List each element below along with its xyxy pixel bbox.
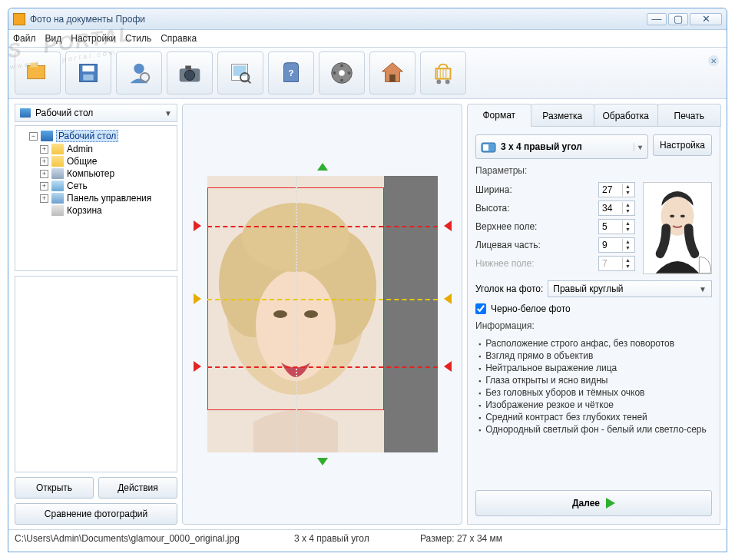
svg-point-17 [340,65,343,68]
desktop-icon [41,131,53,141]
close-button[interactable]: ✕ [690,13,722,25]
statusbar: C:\Users\Admin\Documents\glamour_0000_or… [8,529,727,546]
maximize-button[interactable]: ▢ [668,13,688,25]
recycle-bin-icon [51,205,64,216]
location-dropdown[interactable]: Рабочий стол ▼ [15,104,177,122]
folder-tree[interactable]: − Рабочий стол +Admin +Общие +Компьютер … [15,125,177,271]
tree-item[interactable]: Корзина [38,204,175,217]
corner-dropdown[interactable]: Правый круглый ▼ [548,280,712,297]
bottom-handle-icon[interactable] [317,458,328,466]
svg-point-27 [436,80,441,84]
down-icon[interactable]: ▼ [623,227,633,233]
top-handle-icon[interactable] [317,163,328,171]
top-margin-stepper[interactable]: ▲▼ [598,219,635,234]
tab-body: 3 x 4 правый угол ▾ Настройка Параметры:… [467,126,720,525]
tab-markup[interactable]: Разметка [531,104,595,127]
folder-icon [51,144,64,154]
svg-rect-1 [31,63,38,68]
tool-help-icon[interactable]: ? [268,51,314,94]
preview-image[interactable] [207,176,438,452]
open-button[interactable]: Открыть [15,477,94,499]
up-icon[interactable]: ▲ [623,184,633,190]
minimize-button[interactable]: — [647,13,667,25]
tab-format[interactable]: Формат [467,104,531,127]
svg-rect-4 [83,75,93,81]
expand-icon[interactable]: + [40,145,48,154]
tree-root[interactable]: − Рабочий стол [28,129,175,143]
expand-icon[interactable]: + [40,182,48,191]
expand-icon[interactable]: + [40,157,48,166]
expand-icon[interactable]: + [40,194,48,203]
guide-handle-icon[interactable] [444,361,452,372]
guide-handle-icon[interactable] [444,293,452,304]
tree-item[interactable]: +Сеть [38,180,175,192]
expand-icon[interactable]: − [29,132,38,141]
tool-camera-icon[interactable] [167,51,213,94]
tree-item[interactable]: +Общие [38,155,175,167]
guide-chin[interactable] [207,366,438,368]
svg-point-8 [184,70,194,80]
next-button[interactable]: Далее [475,490,712,516]
center-line [296,176,297,452]
guide-handle-icon[interactable] [194,293,201,304]
app-icon [13,13,25,25]
svg-point-28 [445,80,450,84]
tool-user-icon[interactable] [116,51,162,94]
down-icon[interactable]: ▼ [623,208,633,214]
menu-style[interactable]: Стиль [125,33,151,44]
tool-cart-icon[interactable] [420,51,466,94]
menubar: Файл Вид Настройки Стиль Справка [8,30,727,47]
tab-process[interactable]: Обработка [594,104,658,127]
settings-button[interactable]: Настройка [653,134,712,156]
guide-eyes[interactable] [207,299,438,300]
preview-panel [182,104,462,525]
menu-file[interactable]: Файл [13,33,36,44]
example-photo [643,182,712,274]
status-path: C:\Users\Admin\Documents\glamour_0000_or… [15,533,276,544]
menu-view[interactable]: Вид [45,33,62,44]
guide-handle-icon[interactable] [194,220,201,231]
down-icon[interactable]: ▼ [623,245,633,251]
thumbnails-area[interactable] [15,276,177,472]
svg-rect-9 [185,66,191,70]
corner-label: Уголок на фото: [475,283,543,294]
svg-rect-3 [82,66,94,72]
guide-top[interactable] [207,226,438,227]
compare-button[interactable]: Сравнение фотографий [15,503,177,525]
down-icon[interactable]: ▼ [623,190,633,196]
titlebar: Фото на документы Профи — ▢ ✕ [8,8,727,30]
bw-label: Черно-белое фото [491,303,571,314]
window-title: Фото на документы Профи [30,14,645,25]
menu-settings[interactable]: Настройки [71,33,116,44]
svg-rect-21 [389,75,396,82]
up-icon[interactable]: ▲ [623,239,633,245]
tool-video-icon[interactable] [319,51,365,94]
up-icon[interactable]: ▲ [623,202,633,208]
tab-print[interactable]: Печать [657,104,722,127]
actions-button[interactable]: Действия [98,477,177,499]
app-window: Фото на документы Профи — ▢ ✕ Файл Вид Н… [8,8,727,552]
tree-item[interactable]: +Компьютер [38,167,175,180]
height-stepper[interactable]: ▲▼ [598,200,635,216]
tool-home-icon[interactable] [369,51,416,94]
guide-handle-icon[interactable] [194,361,201,372]
guide-handle-icon[interactable] [444,220,452,231]
control-panel-icon [51,193,64,204]
expand-icon[interactable]: + [40,170,48,178]
arrow-right-icon [606,498,615,509]
format-dropdown[interactable]: 3 x 4 правый угол ▾ [475,134,648,159]
tree-item[interactable]: +Admin [38,143,175,155]
desktop-icon [20,108,31,118]
width-stepper[interactable]: ▲▼ [598,182,635,197]
svg-rect-11 [233,66,247,76]
bw-checkbox[interactable] [475,303,486,314]
status-format: 3 x 4 правый угол [294,533,402,544]
tool-save-icon[interactable] [65,51,111,94]
tree-item[interactable]: +Панель управления [38,192,175,204]
toolbar-close-icon[interactable]: ✕ [708,55,719,66]
tool-preview-icon[interactable] [217,51,263,94]
tool-open-icon[interactable] [15,51,61,94]
menu-help[interactable]: Справка [161,33,197,44]
face-stepper[interactable]: ▲▼ [598,237,635,253]
up-icon[interactable]: ▲ [623,220,633,227]
